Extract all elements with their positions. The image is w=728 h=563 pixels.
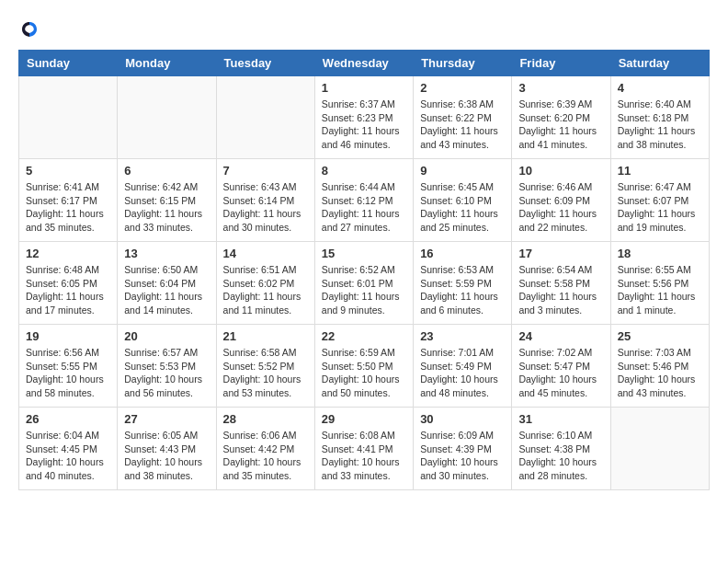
weekday-header: Friday xyxy=(512,51,610,76)
day-info: Sunrise: 7:03 AM Sunset: 5:46 PM Dayligh… xyxy=(618,346,702,400)
day-number: 15 xyxy=(322,247,406,260)
day-info: Sunrise: 6:40 AM Sunset: 6:18 PM Dayligh… xyxy=(618,98,702,152)
day-number: 6 xyxy=(124,164,209,178)
page-header xyxy=(18,18,710,40)
calendar-day-cell: 27Sunrise: 6:05 AM Sunset: 4:43 PM Dayli… xyxy=(118,408,216,490)
calendar-day-cell xyxy=(19,76,118,159)
calendar-day-cell xyxy=(216,76,314,159)
day-info: Sunrise: 6:09 AM Sunset: 4:39 PM Dayligh… xyxy=(420,429,505,483)
calendar-day-cell: 25Sunrise: 7:03 AM Sunset: 5:46 PM Dayli… xyxy=(610,325,709,408)
day-info: Sunrise: 6:43 AM Sunset: 6:14 PM Dayligh… xyxy=(223,180,308,235)
calendar-day-cell: 24Sunrise: 7:02 AM Sunset: 5:47 PM Dayli… xyxy=(512,325,610,408)
calendar-day-cell: 31Sunrise: 6:10 AM Sunset: 4:38 PM Dayli… xyxy=(512,408,610,490)
day-info: Sunrise: 6:41 AM Sunset: 6:17 PM Dayligh… xyxy=(26,180,110,235)
day-info: Sunrise: 6:37 AM Sunset: 6:23 PM Dayligh… xyxy=(322,98,406,152)
day-number: 1 xyxy=(322,81,406,95)
day-number: 30 xyxy=(420,412,505,426)
logo-icon xyxy=(18,18,40,40)
day-number: 11 xyxy=(618,164,702,178)
day-info: Sunrise: 6:48 AM Sunset: 6:05 PM Dayligh… xyxy=(26,263,110,317)
day-info: Sunrise: 6:52 AM Sunset: 6:01 PM Dayligh… xyxy=(322,263,406,317)
day-number: 5 xyxy=(26,164,110,178)
calendar-week-row: 1Sunrise: 6:37 AM Sunset: 6:23 PM Daylig… xyxy=(19,76,710,159)
day-number: 20 xyxy=(124,329,209,343)
calendar-header-row: SundayMondayTuesdayWednesdayThursdayFrid… xyxy=(19,51,710,76)
calendar-week-row: 5Sunrise: 6:41 AM Sunset: 6:17 PM Daylig… xyxy=(19,159,710,242)
calendar-day-cell: 6Sunrise: 6:42 AM Sunset: 6:15 PM Daylig… xyxy=(118,159,216,242)
calendar-day-cell: 30Sunrise: 6:09 AM Sunset: 4:39 PM Dayli… xyxy=(414,408,512,490)
day-info: Sunrise: 6:55 AM Sunset: 5:56 PM Dayligh… xyxy=(618,263,702,317)
day-number: 10 xyxy=(518,164,603,178)
day-info: Sunrise: 6:04 AM Sunset: 4:45 PM Dayligh… xyxy=(26,429,110,483)
calendar-week-row: 19Sunrise: 6:56 AM Sunset: 5:55 PM Dayli… xyxy=(19,325,710,408)
day-number: 18 xyxy=(618,247,702,260)
day-info: Sunrise: 6:50 AM Sunset: 6:04 PM Dayligh… xyxy=(124,263,209,317)
day-info: Sunrise: 6:59 AM Sunset: 5:50 PM Dayligh… xyxy=(322,346,406,400)
calendar-day-cell: 23Sunrise: 7:01 AM Sunset: 5:49 PM Dayli… xyxy=(414,325,512,408)
calendar-week-row: 12Sunrise: 6:48 AM Sunset: 6:05 PM Dayli… xyxy=(19,242,710,325)
day-info: Sunrise: 6:06 AM Sunset: 4:42 PM Dayligh… xyxy=(223,429,308,483)
calendar-day-cell: 4Sunrise: 6:40 AM Sunset: 6:18 PM Daylig… xyxy=(610,76,709,159)
day-info: Sunrise: 6:56 AM Sunset: 5:55 PM Dayligh… xyxy=(26,346,110,400)
day-number: 9 xyxy=(420,164,505,178)
calendar-day-cell: 15Sunrise: 6:52 AM Sunset: 6:01 PM Dayli… xyxy=(314,242,413,325)
calendar-day-cell: 8Sunrise: 6:44 AM Sunset: 6:12 PM Daylig… xyxy=(314,159,413,242)
weekday-header: Thursday xyxy=(414,51,512,76)
day-info: Sunrise: 6:47 AM Sunset: 6:07 PM Dayligh… xyxy=(618,180,702,235)
day-info: Sunrise: 6:39 AM Sunset: 6:20 PM Dayligh… xyxy=(518,98,603,152)
calendar-day-cell: 2Sunrise: 6:38 AM Sunset: 6:22 PM Daylig… xyxy=(414,76,512,159)
calendar-day-cell: 12Sunrise: 6:48 AM Sunset: 6:05 PM Dayli… xyxy=(19,242,118,325)
day-info: Sunrise: 6:44 AM Sunset: 6:12 PM Dayligh… xyxy=(322,180,406,235)
weekday-header: Saturday xyxy=(610,51,709,76)
calendar-day-cell: 3Sunrise: 6:39 AM Sunset: 6:20 PM Daylig… xyxy=(512,76,610,159)
calendar-day-cell: 11Sunrise: 6:47 AM Sunset: 6:07 PM Dayli… xyxy=(610,159,709,242)
day-info: Sunrise: 6:08 AM Sunset: 4:41 PM Dayligh… xyxy=(322,429,406,483)
calendar-table: SundayMondayTuesdayWednesdayThursdayFrid… xyxy=(18,50,710,490)
day-number: 8 xyxy=(322,164,406,178)
calendar-day-cell: 26Sunrise: 6:04 AM Sunset: 4:45 PM Dayli… xyxy=(19,408,118,490)
calendar-day-cell: 22Sunrise: 6:59 AM Sunset: 5:50 PM Dayli… xyxy=(314,325,413,408)
calendar-week-row: 26Sunrise: 6:04 AM Sunset: 4:45 PM Dayli… xyxy=(19,408,710,490)
calendar-day-cell: 28Sunrise: 6:06 AM Sunset: 4:42 PM Dayli… xyxy=(216,408,314,490)
day-number: 14 xyxy=(223,247,308,260)
day-number: 2 xyxy=(420,81,505,95)
day-info: Sunrise: 6:58 AM Sunset: 5:52 PM Dayligh… xyxy=(223,346,308,400)
day-number: 25 xyxy=(618,329,702,343)
calendar-day-cell: 13Sunrise: 6:50 AM Sunset: 6:04 PM Dayli… xyxy=(118,242,216,325)
calendar-day-cell: 7Sunrise: 6:43 AM Sunset: 6:14 PM Daylig… xyxy=(216,159,314,242)
calendar-day-cell: 19Sunrise: 6:56 AM Sunset: 5:55 PM Dayli… xyxy=(19,325,118,408)
day-info: Sunrise: 6:10 AM Sunset: 4:38 PM Dayligh… xyxy=(518,429,603,483)
weekday-header: Sunday xyxy=(19,51,118,76)
calendar-day-cell xyxy=(610,408,709,490)
day-number: 13 xyxy=(124,247,209,260)
day-info: Sunrise: 7:02 AM Sunset: 5:47 PM Dayligh… xyxy=(518,346,603,400)
weekday-header: Monday xyxy=(118,51,216,76)
day-info: Sunrise: 6:05 AM Sunset: 4:43 PM Dayligh… xyxy=(124,429,209,483)
calendar-day-cell: 20Sunrise: 6:57 AM Sunset: 5:53 PM Dayli… xyxy=(118,325,216,408)
day-number: 4 xyxy=(618,81,702,95)
day-number: 16 xyxy=(420,247,505,260)
logo xyxy=(18,18,44,40)
day-number: 29 xyxy=(322,412,406,426)
day-info: Sunrise: 6:46 AM Sunset: 6:09 PM Dayligh… xyxy=(518,180,603,235)
calendar-day-cell: 9Sunrise: 6:45 AM Sunset: 6:10 PM Daylig… xyxy=(414,159,512,242)
day-info: Sunrise: 7:01 AM Sunset: 5:49 PM Dayligh… xyxy=(420,346,505,400)
calendar-day-cell: 29Sunrise: 6:08 AM Sunset: 4:41 PM Dayli… xyxy=(314,408,413,490)
day-number: 28 xyxy=(223,412,308,426)
day-info: Sunrise: 6:45 AM Sunset: 6:10 PM Dayligh… xyxy=(420,180,505,235)
calendar-day-cell: 1Sunrise: 6:37 AM Sunset: 6:23 PM Daylig… xyxy=(314,76,413,159)
day-number: 21 xyxy=(223,329,308,343)
day-number: 23 xyxy=(420,329,505,343)
day-number: 7 xyxy=(223,164,308,178)
day-info: Sunrise: 6:54 AM Sunset: 5:58 PM Dayligh… xyxy=(518,263,603,317)
day-number: 27 xyxy=(124,412,209,426)
day-info: Sunrise: 6:38 AM Sunset: 6:22 PM Dayligh… xyxy=(420,98,505,152)
day-number: 3 xyxy=(518,81,603,95)
calendar-day-cell: 14Sunrise: 6:51 AM Sunset: 6:02 PM Dayli… xyxy=(216,242,314,325)
day-number: 26 xyxy=(26,412,110,426)
day-number: 24 xyxy=(518,329,603,343)
day-number: 12 xyxy=(26,247,110,260)
weekday-header: Wednesday xyxy=(314,51,413,76)
calendar-day-cell: 5Sunrise: 6:41 AM Sunset: 6:17 PM Daylig… xyxy=(19,159,118,242)
day-info: Sunrise: 6:42 AM Sunset: 6:15 PM Dayligh… xyxy=(124,180,209,235)
